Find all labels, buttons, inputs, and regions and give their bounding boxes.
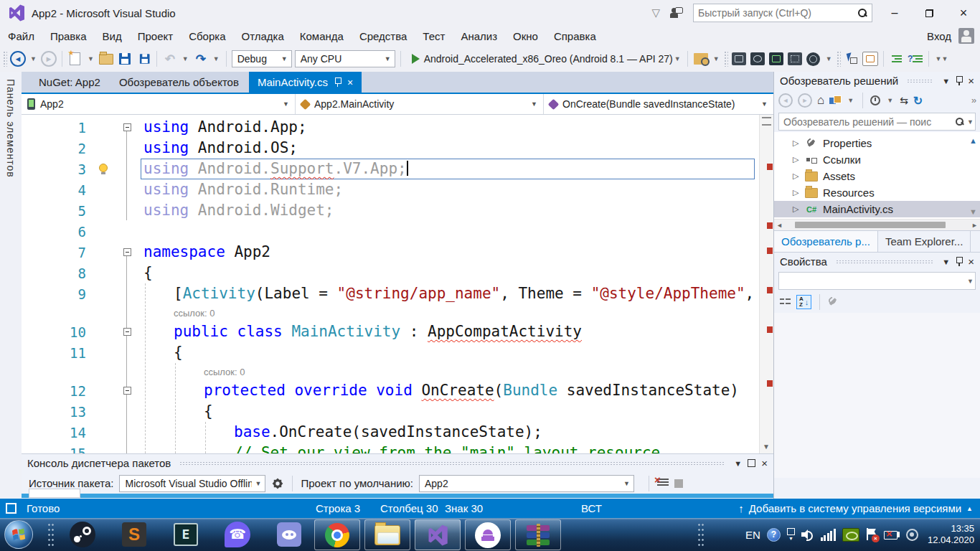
se-pin-icon[interactable] <box>956 76 962 85</box>
solution-explorer-header[interactable]: Обозреватель решений ▼ × <box>774 72 980 90</box>
indent-increase-button[interactable]: ? <box>908 50 923 67</box>
language-indicator[interactable]: EN <box>745 529 760 541</box>
send-feedback-icon[interactable] <box>670 7 683 19</box>
undo-button[interactable]: ↶ <box>162 50 178 67</box>
lightbulb-icon[interactable] <box>99 164 108 175</box>
codelens-references[interactable]: ссылок: 0 <box>141 367 773 377</box>
toolbox-vertical-tab[interactable]: Панель элементов <box>5 79 17 178</box>
solution-explorer-search[interactable]: ▼ <box>778 113 976 131</box>
properties-object-combo[interactable]: ▼ <box>778 272 976 290</box>
console-header[interactable]: Консоль диспетчера пакетов ▼ × <box>22 454 773 472</box>
taskbar-steam[interactable] <box>60 519 105 549</box>
props-pin-icon[interactable] <box>956 257 962 266</box>
panel-drag-dots[interactable] <box>179 461 725 466</box>
code-text[interactable]: using Android.OS; <box>141 138 773 159</box>
code-text[interactable]: [Activity(Label = "@string/app_name", Th… <box>141 283 773 304</box>
menu-item[interactable]: Правка <box>42 27 95 45</box>
tree-scroll-up-icon[interactable]: ▲ <box>969 136 977 145</box>
switch-views-dropdown[interactable]: ▼ <box>846 97 855 104</box>
document-tab[interactable]: NuGet: App2 <box>30 72 109 93</box>
tree-scroll-down-icon[interactable]: ▼ <box>969 207 977 216</box>
tab-close-icon[interactable]: × <box>347 77 353 88</box>
properties-header[interactable]: Свойства ▼ × <box>774 253 980 270</box>
tree-item[interactable]: ▷Ссылки <box>774 151 980 168</box>
pending-changes-filter-icon[interactable] <box>870 95 880 105</box>
splitter-grip-icon[interactable] <box>762 117 771 126</box>
undo-dropdown[interactable]: ▼ <box>181 55 190 62</box>
tab-pin-icon[interactable] <box>334 77 341 87</box>
feedback-filter-icon[interactable]: ▽ <box>651 6 660 19</box>
toolbar-overflow-2[interactable]: ▼ <box>824 55 834 62</box>
code-text[interactable]: using Android.Support.V7.App; <box>141 159 755 179</box>
navigate-back-dropdown[interactable]: ▼ <box>29 55 38 62</box>
expander-icon[interactable]: ▷ <box>793 138 800 148</box>
new-item-button[interactable] <box>67 50 83 67</box>
taskbar-viber[interactable]: ☎ <box>215 519 260 549</box>
error-mark[interactable] <box>767 326 773 333</box>
refresh-icon[interactable]: ↻ <box>913 94 923 108</box>
menu-item[interactable]: Сборка <box>181 27 233 45</box>
expander-icon[interactable]: ▷ <box>793 188 800 197</box>
configuration-combo[interactable]: Debug▼ <box>232 50 292 67</box>
steam-tray-icon[interactable] <box>906 529 918 541</box>
menu-item[interactable]: Окно <box>505 27 546 45</box>
new-item-dropdown[interactable]: ▼ <box>86 55 95 62</box>
open-file-button[interactable] <box>98 50 114 67</box>
volume-icon[interactable] <box>801 529 814 540</box>
close-button[interactable]: × <box>951 4 976 22</box>
expander-icon[interactable]: ▷ <box>793 171 800 181</box>
find-in-files-button[interactable] <box>693 50 709 67</box>
se-back-icon[interactable]: ◄ <box>778 93 793 108</box>
toolbar-grip-2[interactable] <box>724 51 728 67</box>
scroll-down-icon[interactable]: ▼ <box>763 443 770 451</box>
sync-with-active-document-icon[interactable]: ⇆ <box>900 95 908 106</box>
run-target-dropdown[interactable]: ▼ <box>673 55 682 62</box>
console-position-dropdown[interactable]: ▼ <box>734 459 742 468</box>
menu-item[interactable]: Справка <box>546 27 604 45</box>
tab-solution-explorer[interactable]: Обозреватель р... <box>774 231 878 252</box>
tree-item[interactable]: ▷C#MainActivity.cs <box>774 201 980 217</box>
toolbar-overflow-1[interactable]: ▼ <box>712 55 721 62</box>
clear-console-icon[interactable] <box>657 479 669 489</box>
se-position-dropdown[interactable]: ▼ <box>942 77 950 85</box>
pending-changes-dropdown[interactable]: ▼ <box>885 97 895 104</box>
help-tray-icon[interactable]: ? <box>767 528 781 542</box>
panel-drag-dots[interactable] <box>836 260 933 264</box>
code-text[interactable]: using Android.Widget; <box>141 200 773 221</box>
codelens-references[interactable]: ссылок: 0 <box>141 308 773 319</box>
tree-item[interactable]: ▷Properties <box>774 135 980 151</box>
error-mark[interactable] <box>767 380 773 387</box>
taskbar-sublime[interactable]: S <box>112 519 156 549</box>
collapse-box-icon[interactable] <box>123 248 131 256</box>
user-avatar[interactable] <box>958 28 974 44</box>
pointer-mode-button[interactable] <box>844 50 859 67</box>
taskbar-explorer[interactable] <box>364 519 410 550</box>
menu-item[interactable]: Вид <box>95 27 130 45</box>
indent-decrease-button[interactable] <box>889 50 905 67</box>
tree-horizontal-scrollbar[interactable]: ◄ ► <box>774 219 980 230</box>
error-mark[interactable] <box>767 222 773 229</box>
minimize-button[interactable]: – <box>882 4 907 22</box>
menu-item[interactable]: Тест <box>415 27 453 45</box>
default-project-combo[interactable]: App2▼ <box>419 475 634 492</box>
code-text[interactable]: // Set our view from the "main" layout r… <box>141 443 773 453</box>
platform-combo[interactable]: Any CPU▼ <box>295 50 395 67</box>
error-mark[interactable] <box>767 287 773 293</box>
taskbar-visual-studio[interactable] <box>415 519 461 550</box>
taskbar-chrome[interactable] <box>314 519 360 550</box>
code-text[interactable]: { <box>141 342 773 363</box>
android-package-button[interactable] <box>750 50 765 67</box>
expander-icon[interactable]: ▷ <box>793 204 800 214</box>
se-toolbar-overflow[interactable]: ›› <box>971 95 976 105</box>
expander-icon[interactable]: ▷ <box>793 155 800 164</box>
start-debug-button[interactable]: Android_Accelerated_x86_Oreo (Android 8.… <box>406 50 682 67</box>
toolbar-grip-3[interactable] <box>837 51 841 67</box>
collapse-box-icon[interactable] <box>123 328 131 336</box>
sdk-manager-button[interactable] <box>806 50 821 67</box>
battery-icon[interactable] <box>884 529 900 540</box>
console-maximize-icon[interactable] <box>748 459 755 467</box>
save-button[interactable] <box>117 50 133 67</box>
hscroll-left-icon[interactable]: ◄ <box>774 222 785 229</box>
code-text[interactable]: { <box>141 263 773 283</box>
deploy-device-button[interactable] <box>731 50 747 67</box>
